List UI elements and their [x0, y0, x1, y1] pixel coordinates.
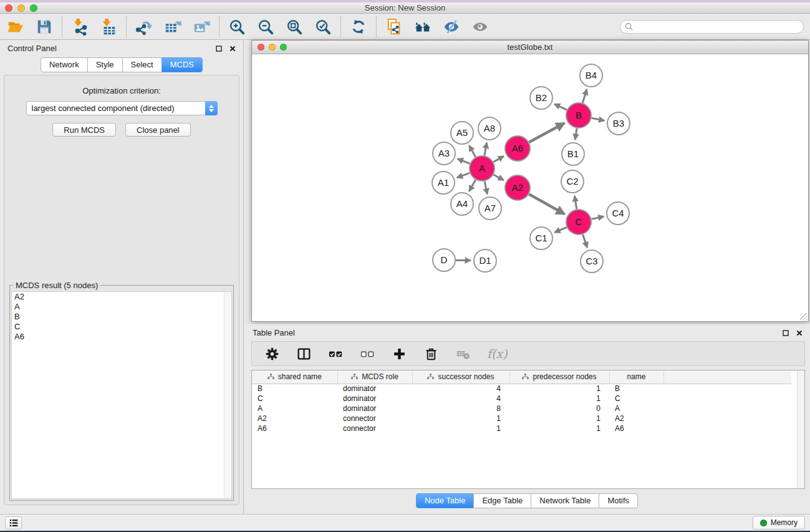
- dropdown-stepper-icon: [205, 101, 218, 115]
- graph-edge-B-B4[interactable]: [582, 89, 587, 103]
- close-panel-icon[interactable]: [228, 44, 237, 53]
- select-all-rows-icon[interactable]: [328, 346, 343, 361]
- export-network-icon[interactable]: [135, 17, 153, 36]
- tab-network[interactable]: Network: [41, 57, 88, 72]
- graph-node-label: C4: [612, 208, 624, 218]
- first-neighbors-icon[interactable]: [413, 17, 432, 36]
- graph-node-label: A5: [456, 127, 468, 138]
- graph-edge-C-C2[interactable]: [575, 196, 577, 209]
- graph-edge-A-A4[interactable]: [469, 180, 475, 191]
- graph-node-label: D: [441, 254, 448, 265]
- mcds-result-item[interactable]: B: [12, 312, 231, 322]
- deselect-all-rows-icon[interactable]: [360, 346, 375, 361]
- graph-edge-A-A3[interactable]: [458, 159, 470, 164]
- mcds-result-item[interactable]: A2: [12, 292, 231, 302]
- zoom-in-icon[interactable]: [228, 17, 246, 36]
- table-row[interactable]: A2connector11A2: [252, 414, 791, 423]
- graph-edge-B-B2[interactable]: [554, 104, 567, 110]
- graph-edge-A-A6[interactable]: [493, 156, 504, 162]
- mcds-result-group: MCDS result (5 nodes) A2ABCA6: [9, 285, 234, 501]
- mcds-result-item[interactable]: A6: [12, 332, 231, 342]
- function-builder-icon[interactable]: f(x): [487, 347, 508, 360]
- run-mcds-button[interactable]: Run MCDS: [52, 123, 116, 137]
- control-panel-tabs: NetworkStyleSelectMCDS: [0, 57, 243, 72]
- mcds-result-item[interactable]: C: [12, 322, 231, 332]
- tab-style[interactable]: Style: [87, 57, 123, 72]
- network-canvas[interactable]: B4B2BB3A8A5A6A3B1AC2A1A2A4A7C4CC1DD1C3: [252, 54, 808, 321]
- node-table: shared nameMCDS rolesuccessor nodesprede…: [252, 370, 791, 433]
- table-panel-title: Table Panel: [253, 328, 295, 337]
- search-input[interactable]: [620, 20, 804, 34]
- column-header-shared-name[interactable]: shared name: [252, 370, 337, 384]
- graph-node-label: A6: [512, 143, 523, 153]
- refresh-view-icon[interactable]: [349, 17, 368, 36]
- zoom-out-icon[interactable]: [256, 17, 275, 36]
- hide-selected-icon[interactable]: [442, 17, 461, 36]
- table-scrollbar[interactable]: [797, 370, 804, 488]
- column-header-name[interactable]: name: [609, 370, 663, 384]
- mcds-result-list[interactable]: A2ABCA6: [11, 291, 232, 499]
- import-table-icon[interactable]: [99, 17, 118, 36]
- table-row[interactable]: Cdominator41C: [252, 394, 791, 404]
- float-table-panel-icon[interactable]: [781, 329, 790, 337]
- new-network-from-selection-icon[interactable]: [385, 17, 403, 36]
- graph-edge-C-C4[interactable]: [592, 216, 604, 219]
- column-header-successor-nodes[interactable]: successor nodes: [412, 370, 509, 384]
- column-header-filler: [663, 370, 791, 384]
- column-header-MCDS-role[interactable]: MCDS role: [337, 370, 412, 384]
- graph-edge-C-C3[interactable]: [583, 235, 587, 248]
- panel-list-icon: [9, 518, 19, 528]
- column-header-predecessor-nodes[interactable]: predecessor nodes: [509, 370, 609, 384]
- close-panel-button[interactable]: Close panel: [125, 123, 191, 137]
- result-list-scrollbar[interactable]: [224, 292, 231, 498]
- add-column-icon[interactable]: [392, 346, 407, 361]
- tab-select[interactable]: Select: [122, 57, 162, 72]
- show-all-icon[interactable]: [471, 17, 489, 36]
- float-panel-icon[interactable]: [215, 44, 223, 53]
- tab-mcds[interactable]: MCDS: [162, 57, 203, 72]
- open-session-icon[interactable]: [6, 17, 25, 36]
- graph-edge-A-A5[interactable]: [469, 145, 475, 157]
- network-view-window: testGlobe.txt B4B2BB3A8A5A6A3B1AC2A1A2A4…: [251, 40, 809, 322]
- table-row[interactable]: Adominator80A: [252, 404, 791, 414]
- search-icon: [625, 22, 633, 31]
- graph-edge-A2-C[interactable]: [529, 194, 564, 214]
- import-network-icon[interactable]: [70, 17, 89, 36]
- graph-edge-A-A8[interactable]: [485, 143, 487, 156]
- graph-edge-A-A7[interactable]: [485, 181, 487, 195]
- tab-edge-table[interactable]: Edge Table: [473, 493, 531, 508]
- window-title: Session: New Session: [0, 2, 810, 14]
- graph-edge-B-B1[interactable]: [575, 128, 577, 140]
- table-row[interactable]: A6connector11A6: [252, 423, 791, 433]
- table-row[interactable]: Bdominator41B: [252, 384, 791, 394]
- tab-network-table[interactable]: Network Table: [531, 493, 599, 508]
- zoom-fit-icon[interactable]: [285, 17, 304, 36]
- export-table-icon[interactable]: [163, 17, 182, 36]
- table-toolbar: f(x): [251, 341, 805, 366]
- delete-table-icon[interactable]: [455, 346, 470, 361]
- tab-node-table[interactable]: Node Table: [416, 493, 475, 508]
- zoom-selected-icon[interactable]: [314, 17, 332, 36]
- window-resize-grip[interactable]: [800, 313, 808, 321]
- node-table-body: Bdominator41BCdominator41CAdominator80AA…: [252, 384, 791, 433]
- graph-edge-C-C1[interactable]: [554, 227, 566, 233]
- network-window-titlebar[interactable]: testGlobe.txt: [252, 41, 808, 54]
- delete-column-icon[interactable]: [423, 346, 438, 361]
- node-table-container: shared nameMCDS rolesuccessor nodesprede…: [251, 370, 805, 489]
- column-tree-icon: [268, 374, 274, 380]
- memory-label: Memory: [771, 518, 798, 527]
- optimization-criterion-select[interactable]: largest connected component (directed): [26, 101, 218, 115]
- table-settings-icon[interactable]: [264, 346, 279, 361]
- close-table-panel-icon[interactable]: [795, 329, 804, 337]
- graph-edge-A-A1[interactable]: [457, 173, 470, 178]
- export-image-icon[interactable]: [192, 17, 211, 36]
- graph-edge-B-B3[interactable]: [592, 118, 605, 120]
- memory-button[interactable]: Memory: [753, 516, 805, 530]
- mcds-result-item[interactable]: A: [12, 302, 231, 312]
- split-column-icon[interactable]: [296, 346, 311, 361]
- tab-motifs[interactable]: Motifs: [599, 493, 638, 508]
- graph-edge-A6-B[interactable]: [529, 123, 565, 142]
- graph-edge-A-A2[interactable]: [493, 175, 504, 180]
- show-panels-button[interactable]: [5, 516, 22, 530]
- save-session-icon[interactable]: [35, 17, 54, 36]
